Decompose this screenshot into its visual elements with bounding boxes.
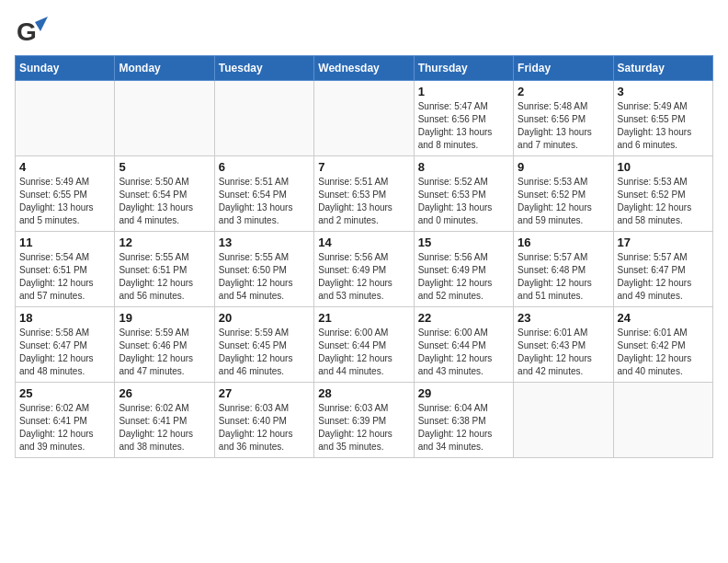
day-number: 2 xyxy=(518,85,609,98)
day-info: Sunrise: 5:55 AM Sunset: 6:50 PM Dayligh… xyxy=(219,251,310,303)
day-number: 24 xyxy=(618,311,709,325)
day-info: Sunrise: 5:57 AM Sunset: 6:47 PM Dayligh… xyxy=(618,251,709,303)
calendar-cell: 22Sunrise: 6:00 AM Sunset: 6:44 PM Dayli… xyxy=(414,307,513,383)
day-info: Sunrise: 5:51 AM Sunset: 6:53 PM Dayligh… xyxy=(318,176,409,227)
day-number: 13 xyxy=(219,236,310,249)
day-info: Sunrise: 6:00 AM Sunset: 6:44 PM Dayligh… xyxy=(418,327,509,378)
calendar-cell: 5Sunrise: 5:50 AM Sunset: 6:54 PM Daylig… xyxy=(115,156,214,232)
calendar-cell: 3Sunrise: 5:49 AM Sunset: 6:55 PM Daylig… xyxy=(613,81,712,156)
day-info: Sunrise: 5:59 AM Sunset: 6:46 PM Dayligh… xyxy=(119,327,210,378)
calendar: SundayMondayTuesdayWednesdayThursdayFrid… xyxy=(15,55,713,458)
day-info: Sunrise: 5:57 AM Sunset: 6:48 PM Dayligh… xyxy=(518,251,609,303)
calendar-cell xyxy=(514,383,613,458)
col-header-sunday: Sunday xyxy=(16,56,115,81)
day-info: Sunrise: 5:50 AM Sunset: 6:54 PM Dayligh… xyxy=(119,176,210,227)
day-number: 15 xyxy=(418,236,509,249)
calendar-cell: 6Sunrise: 5:51 AM Sunset: 6:54 PM Daylig… xyxy=(214,156,313,232)
calendar-cell: 24Sunrise: 6:01 AM Sunset: 6:42 PM Dayli… xyxy=(613,307,712,383)
day-info: Sunrise: 5:59 AM Sunset: 6:45 PM Dayligh… xyxy=(219,327,310,378)
day-number: 12 xyxy=(119,236,210,249)
day-number: 14 xyxy=(318,236,409,249)
day-number: 21 xyxy=(318,311,409,325)
day-info: Sunrise: 5:58 AM Sunset: 6:47 PM Dayligh… xyxy=(19,327,110,378)
day-number: 23 xyxy=(518,311,609,325)
header: G xyxy=(15,15,713,48)
col-header-saturday: Saturday xyxy=(613,56,712,81)
day-number: 7 xyxy=(318,160,409,174)
day-info: Sunrise: 5:48 AM Sunset: 6:56 PM Dayligh… xyxy=(518,100,609,152)
day-number: 29 xyxy=(418,386,509,400)
day-info: Sunrise: 6:00 AM Sunset: 6:44 PM Dayligh… xyxy=(318,327,409,378)
calendar-cell: 21Sunrise: 6:00 AM Sunset: 6:44 PM Dayli… xyxy=(314,307,414,383)
calendar-cell: 8Sunrise: 5:52 AM Sunset: 6:53 PM Daylig… xyxy=(414,156,513,232)
day-info: Sunrise: 5:47 AM Sunset: 6:56 PM Dayligh… xyxy=(418,100,509,152)
day-info: Sunrise: 6:02 AM Sunset: 6:41 PM Dayligh… xyxy=(119,402,210,454)
day-number: 9 xyxy=(518,160,609,174)
calendar-cell: 10Sunrise: 5:53 AM Sunset: 6:52 PM Dayli… xyxy=(613,156,712,232)
day-number: 19 xyxy=(119,311,210,325)
day-number: 22 xyxy=(418,311,509,325)
day-number: 25 xyxy=(19,386,110,400)
calendar-cell xyxy=(115,81,214,156)
day-info: Sunrise: 6:01 AM Sunset: 6:42 PM Dayligh… xyxy=(618,327,709,378)
day-number: 4 xyxy=(19,160,110,174)
logo-icon: G xyxy=(15,15,48,48)
calendar-cell xyxy=(214,81,313,156)
calendar-cell: 27Sunrise: 6:03 AM Sunset: 6:40 PM Dayli… xyxy=(214,383,313,458)
day-number: 28 xyxy=(318,386,409,400)
calendar-cell: 2Sunrise: 5:48 AM Sunset: 6:56 PM Daylig… xyxy=(514,81,613,156)
col-header-friday: Friday xyxy=(514,56,613,81)
day-info: Sunrise: 5:53 AM Sunset: 6:52 PM Dayligh… xyxy=(618,176,709,227)
calendar-cell: 19Sunrise: 5:59 AM Sunset: 6:46 PM Dayli… xyxy=(115,307,214,383)
calendar-cell xyxy=(613,383,712,458)
day-number: 27 xyxy=(219,386,310,400)
calendar-cell: 9Sunrise: 5:53 AM Sunset: 6:52 PM Daylig… xyxy=(514,156,613,232)
calendar-cell: 11Sunrise: 5:54 AM Sunset: 6:51 PM Dayli… xyxy=(16,232,115,307)
day-number: 26 xyxy=(119,386,210,400)
day-info: Sunrise: 5:56 AM Sunset: 6:49 PM Dayligh… xyxy=(318,251,409,303)
calendar-cell: 28Sunrise: 6:03 AM Sunset: 6:39 PM Dayli… xyxy=(314,383,414,458)
day-info: Sunrise: 6:03 AM Sunset: 6:39 PM Dayligh… xyxy=(318,402,409,454)
calendar-cell: 23Sunrise: 6:01 AM Sunset: 6:43 PM Dayli… xyxy=(514,307,613,383)
calendar-cell: 15Sunrise: 5:56 AM Sunset: 6:49 PM Dayli… xyxy=(414,232,513,307)
day-info: Sunrise: 6:02 AM Sunset: 6:41 PM Dayligh… xyxy=(19,402,110,454)
calendar-cell: 20Sunrise: 5:59 AM Sunset: 6:45 PM Dayli… xyxy=(214,307,313,383)
day-number: 3 xyxy=(618,85,709,98)
day-info: Sunrise: 5:54 AM Sunset: 6:51 PM Dayligh… xyxy=(19,251,110,303)
col-header-monday: Monday xyxy=(115,56,214,81)
svg-marker-1 xyxy=(35,17,48,31)
calendar-cell xyxy=(16,81,115,156)
day-number: 5 xyxy=(119,160,210,174)
day-info: Sunrise: 5:51 AM Sunset: 6:54 PM Dayligh… xyxy=(219,176,310,227)
calendar-cell: 16Sunrise: 5:57 AM Sunset: 6:48 PM Dayli… xyxy=(514,232,613,307)
day-info: Sunrise: 6:03 AM Sunset: 6:40 PM Dayligh… xyxy=(219,402,310,454)
day-number: 16 xyxy=(518,236,609,249)
day-number: 8 xyxy=(418,160,509,174)
day-info: Sunrise: 5:52 AM Sunset: 6:53 PM Dayligh… xyxy=(418,176,509,227)
day-info: Sunrise: 5:56 AM Sunset: 6:49 PM Dayligh… xyxy=(418,251,509,303)
day-info: Sunrise: 5:49 AM Sunset: 6:55 PM Dayligh… xyxy=(19,176,110,227)
calendar-cell: 25Sunrise: 6:02 AM Sunset: 6:41 PM Dayli… xyxy=(16,383,115,458)
calendar-cell: 29Sunrise: 6:04 AM Sunset: 6:38 PM Dayli… xyxy=(414,383,513,458)
calendar-cell: 26Sunrise: 6:02 AM Sunset: 6:41 PM Dayli… xyxy=(115,383,214,458)
calendar-cell: 7Sunrise: 5:51 AM Sunset: 6:53 PM Daylig… xyxy=(314,156,414,232)
day-number: 11 xyxy=(19,236,110,249)
calendar-cell: 12Sunrise: 5:55 AM Sunset: 6:51 PM Dayli… xyxy=(115,232,214,307)
calendar-cell: 18Sunrise: 5:58 AM Sunset: 6:47 PM Dayli… xyxy=(16,307,115,383)
logo: G xyxy=(15,15,51,48)
day-number: 20 xyxy=(219,311,310,325)
day-number: 6 xyxy=(219,160,310,174)
col-header-thursday: Thursday xyxy=(414,56,513,81)
day-info: Sunrise: 6:01 AM Sunset: 6:43 PM Dayligh… xyxy=(518,327,609,378)
day-number: 10 xyxy=(618,160,709,174)
calendar-cell: 13Sunrise: 5:55 AM Sunset: 6:50 PM Dayli… xyxy=(214,232,313,307)
svg-text:G: G xyxy=(17,17,37,46)
day-info: Sunrise: 6:04 AM Sunset: 6:38 PM Dayligh… xyxy=(418,402,509,454)
day-number: 1 xyxy=(418,85,509,98)
calendar-cell xyxy=(314,81,414,156)
day-info: Sunrise: 5:55 AM Sunset: 6:51 PM Dayligh… xyxy=(119,251,210,303)
col-header-tuesday: Tuesday xyxy=(214,56,313,81)
calendar-cell: 17Sunrise: 5:57 AM Sunset: 6:47 PM Dayli… xyxy=(613,232,712,307)
day-number: 18 xyxy=(19,311,110,325)
calendar-cell: 1Sunrise: 5:47 AM Sunset: 6:56 PM Daylig… xyxy=(414,81,513,156)
